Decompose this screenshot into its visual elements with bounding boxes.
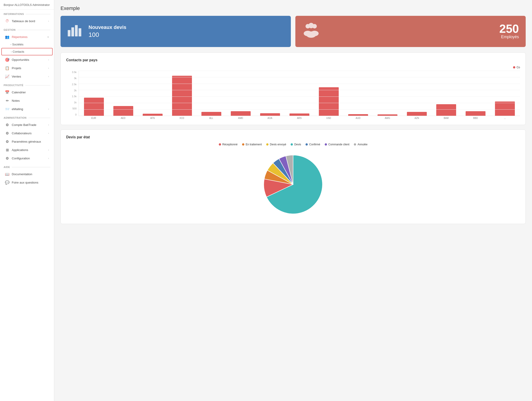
bar-legend-dot xyxy=(513,66,515,69)
chevron-right-icon: › xyxy=(48,58,49,61)
main-content: Exemple Nouveaux devis 100 xyxy=(54,0,532,401)
pie-chart-legend: RéceptionnéEn traitementDevis envoyéDevi… xyxy=(66,143,520,146)
bar-group xyxy=(491,102,519,116)
sidebar-item-calendrier[interactable]: 📅 Calendrier xyxy=(1,88,53,96)
pie-legend-dot xyxy=(266,143,268,146)
bar-x-label: AOA xyxy=(256,117,284,119)
employes-label: Employés xyxy=(499,35,519,39)
pie-legend-dot xyxy=(305,143,308,146)
pie-legend-dot xyxy=(242,143,244,146)
bar-group xyxy=(256,113,284,116)
pie-legend-item: Devis envoyé xyxy=(266,143,286,146)
page-title: Exemple xyxy=(61,6,526,11)
bar-chart-legend: Co xyxy=(66,66,520,69)
chevron-right-icon: › xyxy=(48,149,49,151)
pie-legend-dot xyxy=(325,143,327,146)
bar-x-label: BBD xyxy=(461,117,490,119)
calendrier-icon: 📅 xyxy=(5,90,9,95)
pie-chart-container xyxy=(66,150,520,218)
bar-x-label: ARS xyxy=(285,117,313,119)
chevron-down-icon: ∨ xyxy=(47,35,49,39)
sidebar-item-repertoires[interactable]: 👥 Répertoires ∨ xyxy=(1,33,53,41)
pie-legend-dot xyxy=(291,143,293,146)
parametres-icon: ⚙ xyxy=(5,139,9,144)
bar-x-label: AMD xyxy=(226,117,255,119)
bar-group xyxy=(315,87,343,116)
bar-x-label: AFN xyxy=(138,117,167,119)
bar-group xyxy=(168,76,196,116)
chevron-right-icon: › xyxy=(48,123,49,126)
sidebar-item-notes[interactable]: ✏ Notes xyxy=(1,97,53,105)
bar xyxy=(113,106,133,116)
clock-icon: ⏱ xyxy=(5,19,9,23)
pie-legend-dot xyxy=(354,143,356,146)
bar-x-label: BAM xyxy=(432,117,460,119)
sidebar-subitem-societes[interactable]: - Sociétés xyxy=(0,41,54,48)
section-productivite: PRODUCTIVITÉ xyxy=(0,81,54,88)
sidebar-item-projets[interactable]: 📋 Projets › xyxy=(1,64,53,72)
bar-group xyxy=(461,111,490,116)
sidebar-item-parametres[interactable]: ⚙ Paramètres généraux xyxy=(1,137,53,146)
sidebar-greeting: Bonjour ALLOTOOLS Administrator xyxy=(0,0,54,9)
bar-group xyxy=(139,114,167,116)
bar-chart-area-wrapper: 3.5k 3k 2.5k 2k 1.5k 1k 500 0 xyxy=(79,71,520,119)
configuration-icon: ⚙ xyxy=(5,156,9,161)
sidebar-item-configuration[interactable]: ⚙ Configuration › xyxy=(1,154,53,162)
chevron-right-icon: › xyxy=(48,20,49,22)
bar-chart-area: 3.5k 3k 2.5k 2k 1.5k 1k 500 0 xyxy=(79,71,520,119)
opportunites-icon: 🎯 xyxy=(5,58,9,62)
svg-point-6 xyxy=(309,23,314,28)
pie-chart-title: Devis par état xyxy=(66,135,520,139)
chevron-right-icon: › xyxy=(48,108,49,110)
stat-card-employes: 250 Employés xyxy=(295,16,526,47)
collaborateurs-icon: ⚙ xyxy=(5,131,9,136)
employes-value: 250 xyxy=(499,23,519,35)
bar xyxy=(407,112,427,116)
bar xyxy=(172,76,192,116)
svg-rect-2 xyxy=(75,25,78,36)
bar-x-label: XCD xyxy=(168,117,196,119)
sidebar: Bonjour ALLOTOOLS Administrator INFORMAT… xyxy=(0,0,54,401)
bar-group xyxy=(344,114,372,116)
sidebar-item-tableaux-de-bord[interactable]: ⏱ Tableaux de bord › xyxy=(1,17,53,25)
sidebar-item-compte-batitrade[interactable]: ⚙ Compte BatiTrade › xyxy=(1,121,53,129)
sidebar-item-ventes[interactable]: 📈 Ventes › xyxy=(1,72,53,80)
repertoires-icon: 👥 xyxy=(5,35,9,39)
sidebar-subitem-contacts[interactable]: - Contacts xyxy=(1,48,53,55)
bar-x-label: AUD xyxy=(344,117,372,119)
bar-x-label: AZN xyxy=(403,117,431,119)
x-axis-labels: EURAEDAFNXCDALLAMDAOAARSUSDAUDAWGAZNBAMB… xyxy=(79,116,520,119)
bar-group xyxy=(80,98,108,116)
sidebar-item-faq[interactable]: 💬 Foire aux questions xyxy=(1,178,53,187)
bar xyxy=(260,113,280,116)
pie-legend-item: Commande client xyxy=(325,143,349,146)
svg-rect-3 xyxy=(79,28,81,36)
bar xyxy=(231,111,251,116)
bar xyxy=(378,114,397,116)
chart-icon xyxy=(67,23,83,39)
sidebar-item-applications[interactable]: ⊞ Applications › xyxy=(1,146,53,154)
pie-legend-item: Annulée xyxy=(354,143,367,146)
sidebar-item-emailing[interactable]: 📨 eMailing › xyxy=(1,105,53,113)
bar-legend-label: Co xyxy=(517,66,520,69)
bar xyxy=(143,114,163,116)
stat-card-devis: Nouveaux devis 100 xyxy=(61,16,291,47)
bar xyxy=(84,98,104,116)
bar xyxy=(348,114,368,116)
svg-point-9 xyxy=(306,32,316,38)
svg-rect-0 xyxy=(68,30,70,36)
sidebar-item-documentation[interactable]: 📖 Documentation xyxy=(1,170,53,178)
bar-chart-title: Contacts par pays xyxy=(66,58,520,62)
section-informations: INFORMATIONS xyxy=(0,9,54,17)
stat-cards-container: Nouveaux devis 100 250 Employés xyxy=(61,16,526,47)
bar-group xyxy=(109,106,138,116)
devis-value: 100 xyxy=(89,31,127,39)
pie-legend-item: Confirmé xyxy=(305,143,320,146)
sidebar-item-collaborateurs[interactable]: ⚙ Collaborateurs › xyxy=(1,129,53,137)
bar-x-label: ALL xyxy=(197,117,225,119)
sidebar-item-opportunites[interactable]: 🎯 Opportunités › xyxy=(1,56,53,64)
y-axis: 3.5k 3k 2.5k 2k 1.5k 1k 500 0 xyxy=(66,71,77,116)
chevron-right-icon: › xyxy=(48,132,49,135)
applications-icon: ⊞ xyxy=(5,148,9,152)
bar-x-label: USD xyxy=(315,117,343,119)
